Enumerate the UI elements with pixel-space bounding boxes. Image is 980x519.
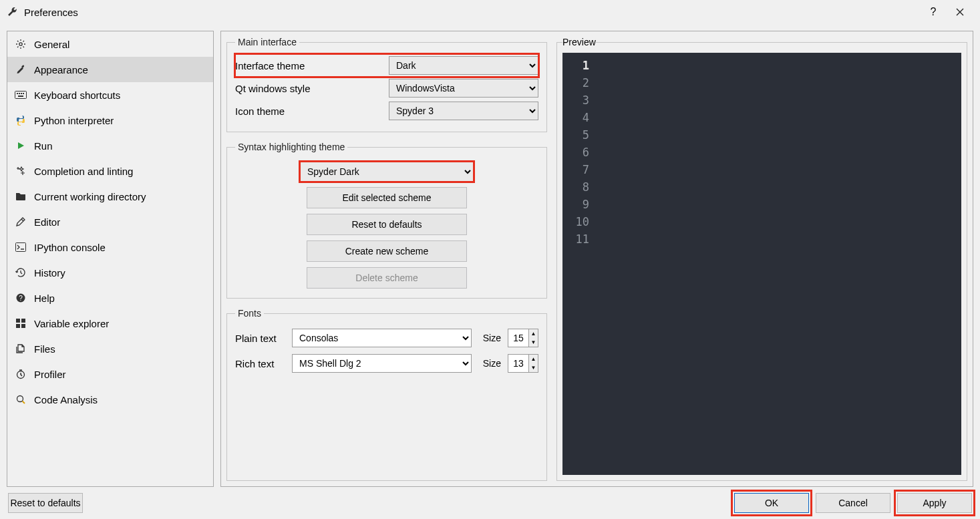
sidebar-item-python-interpreter[interactable]: Python interpreter [7,108,213,133]
line-number: 8 [562,178,589,196]
code-area[interactable] [596,53,961,475]
sidebar-item-label: Appearance [34,64,88,75]
main-interface-legend: Main interface [235,37,299,47]
svg-rect-1 [15,92,27,99]
sidebar-item-cwd[interactable]: Current working directory [7,184,213,209]
clock-icon [14,369,27,379]
line-number-gutter: 1234567891011 [562,53,596,475]
sparkles-icon [14,166,27,176]
sidebar-item-ipython[interactable]: IPython console [7,234,213,260]
sidebar-item-appearance[interactable]: Appearance [7,57,213,82]
interface-theme-row: Interface theme Dark [235,54,538,77]
line-number: 7 [562,161,589,178]
eyedropper-icon [14,64,27,75]
sidebar-item-profiler[interactable]: Profiler [7,361,213,387]
spinner-arrows[interactable]: ▲▼ [528,355,538,372]
sidebar-item-label: Keyboard shortcuts [34,90,120,101]
svg-rect-5 [23,93,24,94]
line-number: 6 [562,144,589,161]
line-number: 1 [562,57,589,74]
files-icon [14,343,27,354]
syntax-theme-group: Syntax highlighting theme Spyder Dark Ed… [226,142,547,299]
rich-text-size-value[interactable] [508,355,528,372]
ok-button[interactable]: OK [734,493,809,513]
line-number: 9 [562,196,589,213]
qt-style-row: Qt windows style WindowsVista [235,77,538,100]
sidebar-item-label: Python interpreter [34,115,114,126]
category-sidebar: General Appearance Keyboard shortcuts Py… [7,31,214,487]
keyboard-icon [14,91,27,99]
edit-scheme-button[interactable]: Edit selected scheme [307,187,467,208]
fonts-legend: Fonts [235,308,264,319]
python-icon [14,115,27,126]
rich-text-size-spinner[interactable]: ▲▼ [508,354,538,373]
svg-rect-12 [16,324,20,328]
question-icon: ? [14,293,27,303]
sidebar-item-code-analysis[interactable]: Code Analysis [7,387,213,412]
plain-text-font-select[interactable]: Consolas [292,329,472,347]
reset-scheme-button[interactable]: Reset to defaults [307,214,467,235]
wrench-icon [7,6,19,18]
cancel-button[interactable]: Cancel [816,493,890,513]
close-button[interactable] [947,0,973,24]
svg-rect-7 [16,243,26,252]
spinner-arrows[interactable]: ▲▼ [528,329,538,347]
sidebar-item-label: Editor [34,216,60,228]
icon-theme-select[interactable]: Spyder 3 [389,102,538,120]
settings-panel: Main interface Interface theme Dark Qt w… [220,31,973,487]
qt-style-label: Qt windows style [235,83,389,94]
sidebar-item-history[interactable]: History [7,260,213,285]
sidebar-item-keyboard-shortcuts[interactable]: Keyboard shortcuts [7,82,213,108]
sidebar-item-label: General [34,39,69,50]
sidebar-item-label: History [34,267,65,279]
preview-editor[interactable]: 1234567891011 [562,53,961,475]
sidebar-item-run[interactable]: Run [7,133,213,158]
svg-point-0 [19,43,22,45]
fonts-group: Fonts Plain text Consolas Size ▲▼ Rich t… [226,308,547,481]
sidebar-item-label: Help [34,293,55,304]
preview-column: Preview 1234567891011 [556,37,967,481]
play-icon [14,141,27,150]
apply-button[interactable]: Apply [897,493,972,513]
rich-text-size-label: Size [478,358,501,369]
line-number: 11 [562,230,589,248]
interface-theme-label: Interface theme [235,60,389,71]
terminal-icon [14,242,27,252]
plain-text-size-spinner[interactable]: ▲▼ [508,329,538,347]
svg-rect-13 [21,324,25,328]
qt-style-select[interactable]: WindowsVista [389,79,538,98]
sidebar-item-completion[interactable]: Completion and linting [7,158,213,184]
gear-icon [14,39,27,49]
titlebar: Preferences ? [0,0,980,24]
sidebar-item-editor[interactable]: Editor [7,209,213,234]
help-button[interactable]: ? [920,0,947,24]
edit-icon [14,216,27,227]
sidebar-item-label: Completion and linting [34,166,133,177]
plain-text-font-row: Plain text Consolas Size ▲▼ [235,325,538,351]
svg-point-15 [17,396,23,402]
grid-icon [14,319,27,328]
svg-rect-4 [21,93,22,94]
sidebar-item-files[interactable]: Files [7,336,213,361]
svg-rect-3 [19,93,20,94]
svg-rect-6 [18,96,23,97]
preview-legend: Preview [562,37,596,47]
line-number: 10 [562,213,589,230]
create-scheme-button[interactable]: Create new scheme [307,240,467,262]
line-number: 2 [562,74,589,92]
syntax-scheme-select[interactable]: Spyder Dark [300,162,474,182]
rich-text-label: Rich text [235,358,285,369]
rich-text-font-select[interactable]: MS Shell Dlg 2 [292,354,472,373]
sidebar-item-variable-explorer[interactable]: Variable explorer [7,311,213,336]
sidebar-item-general[interactable]: General [7,31,213,57]
settings-left-column: Main interface Interface theme Dark Qt w… [226,37,547,481]
interface-theme-select[interactable]: Dark [389,56,538,75]
line-number: 4 [562,109,589,126]
rich-text-font-row: Rich text MS Shell Dlg 2 Size ▲▼ [235,351,538,376]
reset-defaults-button[interactable]: Reset to defaults [8,493,83,513]
dialog-footer: Reset to defaults OK Cancel Apply [0,487,980,519]
plain-text-label: Plain text [235,333,285,344]
plain-text-size-value[interactable] [508,329,528,347]
folder-icon [14,192,27,201]
sidebar-item-help[interactable]: ? Help [7,285,213,311]
